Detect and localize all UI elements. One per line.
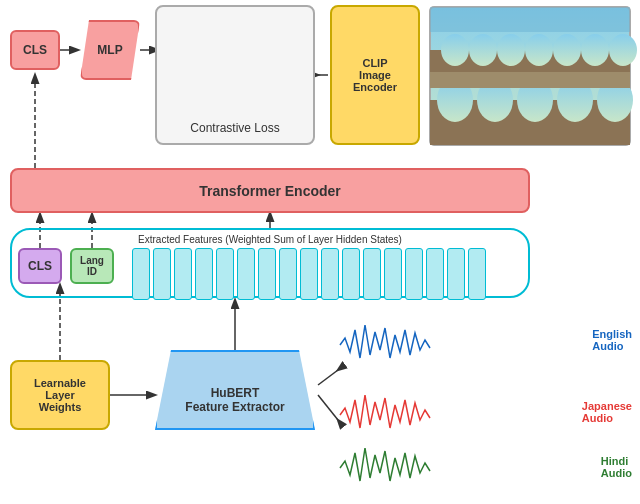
mlp-label: MLP [97, 43, 122, 57]
svg-point-13 [553, 34, 581, 66]
svg-point-3 [477, 78, 513, 122]
diagram: CLS MLP Contrastive Loss CLIP Image Enco… [0, 0, 640, 504]
feat-col-9 [300, 248, 318, 300]
feat-col-4 [195, 248, 213, 300]
svg-point-11 [497, 34, 525, 66]
svg-rect-8 [430, 50, 630, 72]
feat-col-12 [363, 248, 381, 300]
svg-point-14 [581, 34, 609, 66]
lang-id-label: LangID [80, 255, 104, 277]
svg-point-15 [609, 34, 637, 66]
contrastive-label: Contrastive Loss [157, 121, 313, 135]
feat-col-5 [216, 248, 234, 300]
feat-col-15 [426, 248, 444, 300]
japanese-audio-label: Japanese Audio [582, 400, 632, 424]
svg-point-10 [469, 34, 497, 66]
feat-col-14 [405, 248, 423, 300]
feat-col-16 [447, 248, 465, 300]
svg-point-12 [525, 34, 553, 66]
english-audio-label: English Audio [592, 328, 632, 352]
feat-col-2 [153, 248, 171, 300]
feat-col-8 [279, 248, 297, 300]
cls-label: CLS [23, 43, 47, 57]
transformer-label: Transformer Encoder [199, 183, 341, 199]
feat-col-17 [468, 248, 486, 300]
cls2-label: CLS [28, 259, 52, 273]
feat-col-6 [237, 248, 255, 300]
svg-rect-16 [430, 7, 630, 32]
svg-line-36 [318, 395, 338, 420]
contrastive-loss-box: Contrastive Loss [155, 5, 315, 145]
lang-id-box: LangID [70, 248, 114, 284]
hubert-label: HuBERT Feature Extractor [185, 386, 284, 414]
transformer-encoder-box: Transformer Encoder [10, 168, 530, 213]
mlp-box: MLP [80, 20, 140, 80]
hindi-audio-label: Hindi Audio [601, 455, 632, 479]
svg-line-35 [318, 370, 338, 385]
clip-box: CLIP Image Encoder [330, 5, 420, 145]
clip-label: CLIP Image Encoder [353, 57, 397, 93]
svg-point-5 [557, 78, 593, 122]
feat-col-13 [384, 248, 402, 300]
svg-rect-0 [430, 7, 630, 145]
svg-point-2 [437, 78, 473, 122]
hubert-box: HuBERT Feature Extractor [155, 350, 315, 430]
cls-box-2: CLS [18, 248, 62, 284]
feat-col-10 [321, 248, 339, 300]
svg-point-9 [441, 34, 469, 66]
extracted-features-label: Extracted Features (Weighted Sum of Laye… [12, 234, 528, 245]
feat-col-1 [132, 248, 150, 300]
feat-col-11 [342, 248, 360, 300]
svg-point-4 [517, 78, 553, 122]
feature-columns [132, 248, 486, 300]
svg-rect-1 [430, 100, 630, 145]
cls-box: CLS [10, 30, 60, 70]
learnable-weights-box: Learnable Layer Weights [10, 360, 110, 430]
feat-col-7 [258, 248, 276, 300]
feat-col-3 [174, 248, 192, 300]
svg-rect-7 [430, 70, 630, 88]
learnable-label: Learnable Layer Weights [30, 373, 90, 417]
svg-point-6 [597, 78, 633, 122]
